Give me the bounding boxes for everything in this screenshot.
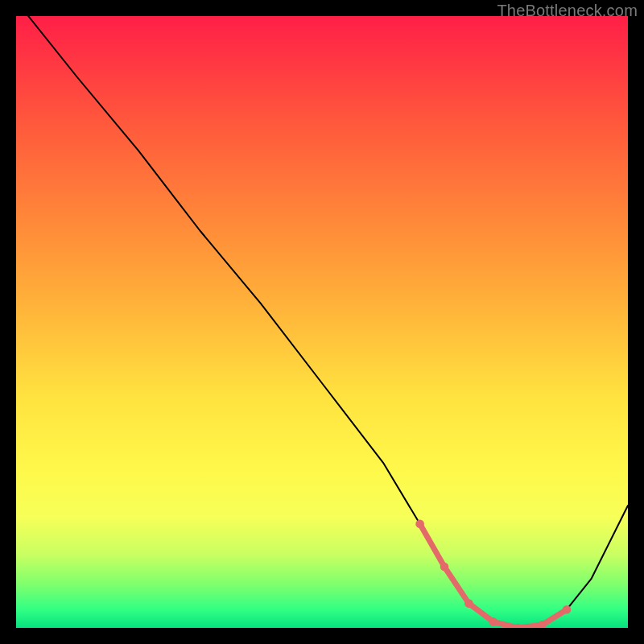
marker-highlight	[464, 599, 473, 608]
marker-highlight	[489, 617, 498, 626]
marker-highlight	[440, 563, 449, 572]
chart-svg	[16, 16, 628, 628]
marker-highlight	[415, 520, 424, 529]
chart-container: TheBottleneck.com	[0, 0, 644, 644]
series-highlight	[420, 524, 567, 628]
series-curve	[28, 16, 628, 628]
marker-highlight	[563, 605, 572, 614]
plot-area	[16, 16, 628, 628]
attribution-label: TheBottleneck.com	[497, 2, 638, 20]
